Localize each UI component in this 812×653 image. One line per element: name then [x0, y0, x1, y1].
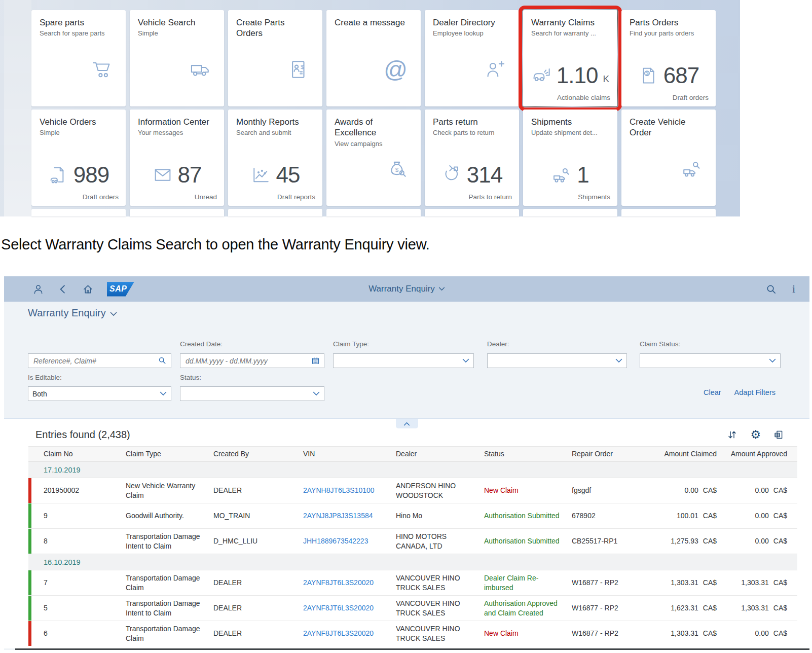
tile-subtitle: Search for spare parts [40, 29, 118, 37]
table-row-claim-201950002[interactable]: 201950002New Vehicle Warranty ClaimDEALE… [28, 478, 797, 503]
tile-partial[interactable] [523, 209, 617, 216]
tile-parts-return[interactable]: Parts returnCheck parts to return314Part… [425, 110, 519, 206]
tile-partial[interactable] [621, 209, 716, 216]
export-spreadsheet-icon[interactable] [773, 429, 784, 440]
sort-icon[interactable] [727, 429, 737, 440]
tile-create-a-message[interactable]: Create a message@ [326, 10, 421, 106]
cell-created-by: D_HMC_LLIU [213, 536, 303, 546]
warranty-claims-table: Claim NoClaim TypeCreated ByVINDealerSta… [28, 446, 797, 646]
status-text-red: New Claim [484, 629, 519, 637]
money-bag-icon: $ [386, 158, 408, 182]
tile-subtitle: Employee lookup [433, 29, 511, 37]
column-header-repair-order[interactable]: Repair Order [572, 449, 655, 458]
tile-create-vehicle-order[interactable]: Create Vehicle Order [621, 110, 716, 206]
cell-vin: 2AYNJ8JP8J3S13584 [303, 511, 396, 520]
vin-link[interactable]: 2AYNH8JT6L3S10100 [303, 486, 375, 494]
cell-dealer: VANCOUVER HINO TRUCK SALES [396, 573, 484, 592]
tile-partial[interactable] [31, 209, 126, 216]
vin-link[interactable]: JHH1889673542223 [303, 537, 368, 545]
adapt-filters-button[interactable]: Adapt Filters [734, 388, 776, 396]
tile-partial[interactable] [425, 209, 519, 216]
page-title[interactable]: Warranty Enquiry [28, 307, 117, 319]
column-header-dealer[interactable]: Dealer [396, 449, 484, 458]
cell-status: New Claim [484, 629, 572, 638]
tile-vehicle-search[interactable]: Vehicle SearchSimple [130, 10, 224, 106]
created-date-field[interactable] [180, 353, 324, 368]
tile-parts-orders[interactable]: Parts OrdersFind your parts orders$687Dr… [621, 10, 716, 106]
reference-claim-search-field[interactable] [28, 353, 171, 368]
tile-partial[interactable] [228, 209, 322, 216]
tile-title: Create Vehicle Order [630, 117, 706, 138]
tile-title: Parts return [433, 117, 509, 127]
fiori-launchpad: Spare partsSearch for spare partsVehicle… [0, 0, 740, 216]
table-row-claim-5[interactable]: 5Transportation Damage Intent to ClaimDE… [28, 595, 797, 621]
tile-vehicle-orders[interactable]: Vehicle OrdersSimple989Draft orders [31, 110, 126, 206]
tile-kpi: 45 [234, 162, 316, 188]
tile-monthly-reports[interactable]: Monthly ReportsSearch and submit45Draft … [228, 110, 322, 206]
column-header-claim-type[interactable]: Claim Type [126, 449, 213, 458]
tile-awards-of-excellence[interactable]: Awards of ExcellenceView campaigns$ [326, 110, 421, 206]
table-row-claim-6[interactable]: 6Transportation Damage ClaimDEALER2AYNF8… [28, 621, 797, 646]
tile-information-center[interactable]: Information CenterYour messages87Unread [130, 110, 224, 206]
tile-kpi: $687 [628, 63, 710, 88]
search-icon[interactable] [158, 356, 167, 365]
cell-amount-claimed: 1,303.31CA$ [655, 578, 724, 587]
vin-link[interactable]: 2AYNJ8JP8J3S13584 [303, 512, 373, 520]
vin-link[interactable]: 2AYNF8JT6L3S20020 [303, 604, 374, 612]
search-icon[interactable] [765, 283, 777, 295]
tile-partial[interactable] [326, 209, 421, 216]
vin-link[interactable]: 2AYNF8JT6L3S20020 [303, 578, 374, 587]
column-header-claim-no[interactable]: Claim No [44, 449, 126, 458]
currency-label: CA$ [703, 629, 717, 637]
currency-label: CA$ [703, 512, 717, 520]
tile-create-parts-orders[interactable]: Create Parts Orders$ [228, 10, 322, 106]
cell-dealer: VANCOUVER HINO TRUCK SALES [396, 624, 484, 642]
column-header-created-by[interactable]: Created By [213, 449, 303, 458]
cell-amount-claimed: 1,303.31CA$ [655, 629, 724, 638]
tile-footer-label: Unread [195, 193, 217, 201]
vin-link[interactable]: 2AYNF8JT6L3S20020 [303, 629, 374, 637]
info-icon[interactable]: i [792, 283, 795, 295]
chevron-down-icon [110, 312, 117, 316]
cart-icon [91, 59, 113, 82]
tile-kpi-value: 1 [577, 162, 588, 188]
tile-title: Create Parts Orders [236, 17, 312, 39]
created-date-input[interactable] [184, 356, 308, 366]
cell-claim-no: 5 [44, 603, 126, 612]
column-header-amount-claimed[interactable]: Amount Claimed [655, 449, 724, 458]
claim-type-label: Claim Type: [333, 340, 369, 348]
group-header-date: 16.10.2019 [28, 554, 797, 570]
tile-partial[interactable] [130, 209, 224, 216]
claim-type-select[interactable] [333, 353, 474, 368]
column-header-amount-approved[interactable]: Amount Approved [724, 449, 797, 458]
collapse-filter-button[interactable] [396, 419, 418, 428]
calendar-icon[interactable] [311, 356, 320, 365]
search-input[interactable] [32, 356, 155, 366]
tile-kpi-value: 1.10 [557, 63, 598, 88]
status-select[interactable] [180, 386, 324, 401]
column-header-vin[interactable]: VIN [303, 449, 396, 458]
tile-subtitle: Simple [40, 129, 118, 136]
group-header-date: 17.10.2019 [28, 461, 797, 478]
cell-repair-order: W16877 - RP2 [572, 629, 655, 638]
table-row-claim-9[interactable]: 9Goodwill Authority.MO_TRAIN2AYNJ8JP8J3S… [28, 503, 797, 528]
currency-label: CA$ [703, 537, 717, 545]
is-editable-select[interactable]: Both [28, 386, 171, 401]
cell-dealer: ANDERSON HINO WOODSTOCK [396, 481, 484, 499]
delivery-truck-icon [190, 59, 211, 82]
claim-status-select[interactable] [640, 353, 781, 368]
column-header-status[interactable]: Status [484, 449, 572, 458]
clear-button[interactable]: Clear [704, 388, 721, 396]
tile-dealer-directory[interactable]: Dealer DirectoryEmployee lookup [425, 10, 519, 106]
cell-dealer: VANCOUVER HINO TRUCK SALES [396, 599, 484, 617]
table-row-claim-7[interactable]: 7Transportation Damage ClaimDEALER2AYNF8… [28, 570, 797, 595]
tile-spare-parts[interactable]: Spare partsSearch for spare parts [31, 10, 126, 106]
table-row-claim-8[interactable]: 8Transportation Damage Intent to ClaimD_… [28, 528, 797, 554]
tile-shipments[interactable]: ShipmentsUpdate shipment det...1Shipment… [523, 110, 617, 206]
settings-gear-icon[interactable]: ⚙ [750, 429, 761, 441]
cell-dealer: Hino Mo [396, 511, 484, 520]
tile-warranty-claims[interactable]: Warranty ClaimsSearch for warranty ...1.… [523, 10, 617, 106]
shell-app-title[interactable]: Warranty Enquiry [4, 276, 809, 302]
currency-label: CA$ [703, 604, 717, 612]
dealer-select[interactable] [487, 353, 627, 368]
